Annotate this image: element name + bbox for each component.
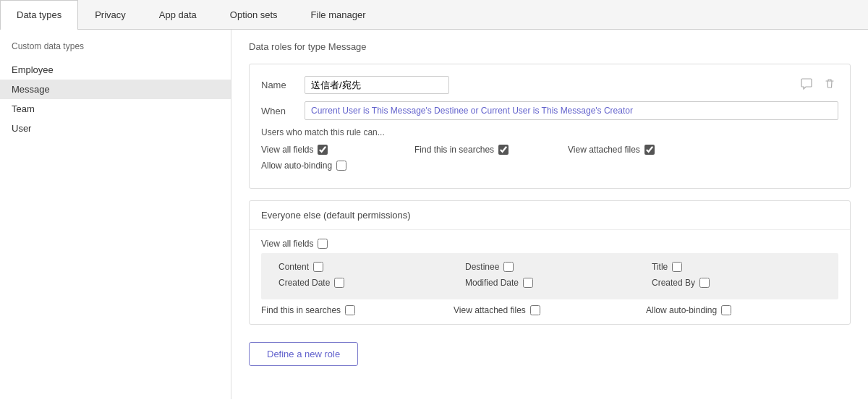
default-card-header: Everyone else (default permissions) bbox=[250, 201, 850, 230]
main-layout: Custom data types Employee Message Team … bbox=[0, 30, 868, 399]
perms-row-2: Allow auto-binding bbox=[261, 161, 838, 171]
perm-find-in-searches-checkbox[interactable] bbox=[498, 145, 509, 155]
perm-find-in-searches-label: Find this in searches bbox=[414, 145, 494, 155]
sidebar: Custom data types Employee Message Team … bbox=[0, 30, 231, 399]
field-actions bbox=[798, 77, 838, 94]
perm-find-in-searches: Find this in searches bbox=[414, 145, 545, 155]
field-modified-date: Modified Date bbox=[456, 276, 643, 289]
comment-icon bbox=[801, 80, 812, 92]
fields-row-1: Content Destinee Title bbox=[270, 260, 830, 273]
field-created-by: Created By bbox=[643, 276, 830, 289]
tab-option-sets[interactable]: Option sets bbox=[213, 0, 294, 29]
default-view-files-checkbox[interactable] bbox=[530, 305, 540, 315]
perm-view-attached-files: View attached files bbox=[568, 145, 698, 155]
content-area: Data roles for type Message Name bbox=[231, 30, 868, 399]
name-row: Name bbox=[261, 76, 838, 94]
field-modified-date-checkbox[interactable] bbox=[523, 278, 533, 288]
perm-allow-auto-binding: Allow auto-binding bbox=[261, 161, 391, 171]
tab-data-types[interactable]: Data types bbox=[0, 0, 78, 30]
field-created-by-checkbox[interactable] bbox=[699, 278, 710, 288]
fields-grid: Content Destinee Title bbox=[261, 253, 838, 299]
bottom-perms-row: Find this in searches View attached file… bbox=[261, 305, 838, 315]
field-title-label: Title bbox=[652, 262, 668, 272]
field-title: Title bbox=[643, 260, 830, 273]
default-view-all-checkbox[interactable] bbox=[318, 239, 328, 249]
fields-row-2: Created Date Modified Date Created By bbox=[270, 276, 830, 289]
default-view-files-label: View attached files bbox=[454, 305, 526, 315]
when-input[interactable]: Current User is This Message's Destinee … bbox=[305, 101, 838, 120]
perm-allow-auto-binding-checkbox[interactable] bbox=[336, 161, 346, 171]
field-created-date: Created Date bbox=[270, 276, 456, 289]
sidebar-item-team[interactable]: Team bbox=[0, 99, 231, 119]
field-created-date-label: Created Date bbox=[278, 278, 330, 288]
tabs-bar: Data types Privacy App data Option sets … bbox=[0, 0, 868, 30]
rule-text: Users who match this rule can... bbox=[261, 127, 838, 137]
field-content-checkbox[interactable] bbox=[313, 262, 323, 272]
field-destinee-checkbox[interactable] bbox=[503, 262, 514, 272]
define-role-button[interactable]: Define a new role bbox=[249, 342, 358, 366]
default-auto-binding-label: Allow auto-binding bbox=[646, 305, 717, 315]
default-auto-binding: Allow auto-binding bbox=[646, 305, 838, 315]
sidebar-title: Custom data types bbox=[0, 41, 231, 60]
tab-app-data[interactable]: App data bbox=[142, 0, 213, 29]
field-modified-date-label: Modified Date bbox=[465, 278, 519, 288]
name-label: Name bbox=[261, 80, 305, 90]
field-destinee: Destinee bbox=[456, 260, 643, 273]
name-input[interactable] bbox=[305, 76, 449, 94]
comment-icon-btn[interactable] bbox=[798, 77, 815, 94]
perm-view-all-fields: View all fields bbox=[261, 145, 391, 155]
field-created-date-checkbox[interactable] bbox=[334, 278, 344, 288]
sidebar-item-employee[interactable]: Employee bbox=[0, 60, 231, 80]
perms-row-1: View all fields Find this in searches Vi… bbox=[261, 145, 838, 155]
perm-view-all-fields-label: View all fields bbox=[261, 145, 313, 155]
tab-privacy[interactable]: Privacy bbox=[78, 0, 142, 29]
trash-icon-btn[interactable] bbox=[821, 77, 838, 94]
field-content: Content bbox=[270, 260, 456, 273]
role-card: Name bbox=[249, 64, 851, 189]
perm-view-attached-files-checkbox[interactable] bbox=[644, 145, 655, 155]
perm-allow-auto-binding-label: Allow auto-binding bbox=[261, 161, 332, 171]
field-content-label: Content bbox=[278, 262, 309, 272]
default-view-files: View attached files bbox=[454, 305, 646, 315]
when-label: When bbox=[261, 106, 305, 116]
default-find-searches-checkbox[interactable] bbox=[345, 305, 355, 315]
default-view-all-item: View all fields bbox=[261, 239, 391, 249]
field-destinee-label: Destinee bbox=[465, 262, 499, 272]
default-find-searches: Find this in searches bbox=[261, 305, 454, 315]
field-created-by-label: Created By bbox=[652, 278, 695, 288]
when-row: When Current User is This Message's Dest… bbox=[261, 101, 838, 120]
perm-view-all-fields-checkbox[interactable] bbox=[318, 145, 328, 155]
field-title-checkbox[interactable] bbox=[672, 262, 682, 272]
trash-icon bbox=[824, 80, 835, 92]
perm-view-attached-files-label: View attached files bbox=[568, 145, 640, 155]
default-find-searches-label: Find this in searches bbox=[261, 305, 341, 315]
sidebar-item-user[interactable]: User bbox=[0, 119, 231, 138]
default-card-body: View all fields Content Destinee bbox=[250, 230, 850, 324]
default-auto-binding-checkbox[interactable] bbox=[721, 305, 731, 315]
tab-file-manager[interactable]: File manager bbox=[294, 0, 383, 29]
default-view-all-label: View all fields bbox=[261, 239, 313, 249]
default-view-all-row: View all fields bbox=[261, 239, 838, 249]
sidebar-item-message[interactable]: Message bbox=[0, 80, 231, 99]
content-title: Data roles for type Message bbox=[249, 41, 851, 52]
default-card: Everyone else (default permissions) View… bbox=[249, 200, 851, 325]
